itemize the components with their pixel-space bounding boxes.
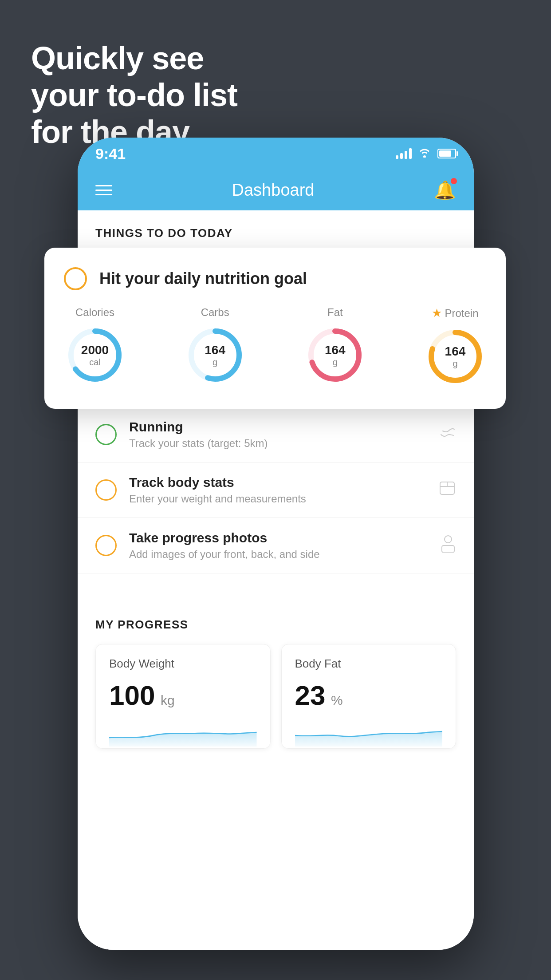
todo-list: Running Track your stats (target: 5km) T… <box>78 407 474 573</box>
body-weight-unit: kg <box>161 693 175 707</box>
carbs-donut: 164 g <box>184 324 246 386</box>
body-weight-label: Body Weight <box>109 657 257 671</box>
nutrition-protein: ★ Protein 164 g <box>424 306 486 387</box>
protein-donut: 164 g <box>424 325 486 387</box>
svg-point-3 <box>445 536 452 543</box>
protein-label-row: ★ Protein <box>432 306 478 320</box>
body-weight-card[interactable]: Body Weight 100 kg <box>95 644 271 749</box>
calories-value: 2000 <box>81 343 109 357</box>
hero-text: Quickly see your to-do list for the day. <box>31 40 237 150</box>
todo-title-body-stats: Track body stats <box>129 475 426 490</box>
progress-title: MY PROGRESS <box>95 618 456 632</box>
notification-dot <box>451 178 457 184</box>
body-weight-value: 100 kg <box>109 680 257 711</box>
wifi-icon <box>418 147 431 161</box>
status-bar: 9:41 <box>78 138 474 170</box>
nutrition-grid: Calories 2000 cal Carbs <box>64 306 486 387</box>
todo-check-body-stats[interactable] <box>95 479 117 501</box>
protein-unit: g <box>445 359 466 369</box>
todo-subtitle-running: Track your stats (target: 5km) <box>129 437 426 450</box>
todo-check-photos[interactable] <box>95 535 117 556</box>
nutrition-card-title: Hit your daily nutrition goal <box>99 269 307 288</box>
todo-title-running: Running <box>129 419 426 435</box>
nutrition-calories: Calories 2000 cal <box>64 306 126 387</box>
fat-label: Fat <box>327 306 343 319</box>
status-icons <box>396 147 456 161</box>
notification-bell[interactable]: 🔔 <box>434 180 456 201</box>
body-fat-value: 23 % <box>295 680 443 711</box>
body-fat-sparkline <box>295 720 443 747</box>
nutrition-check-circle[interactable] <box>64 267 87 290</box>
battery-icon <box>437 149 456 158</box>
progress-cards: Body Weight 100 kg <box>95 644 456 749</box>
carbs-value: 164 <box>205 343 225 357</box>
body-fat-card[interactable]: Body Fat 23 % <box>281 644 457 749</box>
nutrition-carbs: Carbs 164 g <box>184 306 246 387</box>
body-weight-number: 100 <box>109 680 155 711</box>
todo-text-body-stats: Track body stats Enter your weight and m… <box>129 475 426 505</box>
hero-line2: your to-do list <box>31 77 237 113</box>
svg-rect-4 <box>442 545 454 553</box>
fat-value: 164 <box>325 343 346 357</box>
app-header: Dashboard 🔔 <box>78 170 474 210</box>
menu-button[interactable] <box>95 185 112 195</box>
protein-value: 164 <box>445 344 466 359</box>
progress-section: MY PROGRESS Body Weight 100 kg <box>78 600 474 767</box>
body-fat-unit: % <box>331 693 343 707</box>
carbs-label: Carbs <box>201 306 229 319</box>
header-title: Dashboard <box>232 181 315 200</box>
todo-text-running: Running Track your stats (target: 5km) <box>129 419 426 450</box>
calories-donut: 2000 cal <box>64 324 126 386</box>
calories-unit: cal <box>81 357 109 368</box>
fat-unit: g <box>325 357 346 368</box>
todo-check-running[interactable] <box>95 424 117 445</box>
todo-text-photos: Take progress photos Add images of your … <box>129 530 428 561</box>
hero-line1: Quickly see <box>31 40 204 76</box>
body-fat-number: 23 <box>295 680 326 711</box>
signal-icon <box>396 148 412 159</box>
star-icon: ★ <box>432 306 442 320</box>
running-icon <box>438 425 456 444</box>
protein-label: Protein <box>445 307 478 320</box>
nutrition-fat: Fat 164 g <box>304 306 366 387</box>
fat-donut: 164 g <box>304 324 366 386</box>
scale-icon <box>438 480 456 500</box>
card-header: Hit your daily nutrition goal <box>64 267 486 290</box>
todo-item-body-stats[interactable]: Track body stats Enter your weight and m… <box>78 462 474 518</box>
todo-subtitle-body-stats: Enter your weight and measurements <box>129 493 426 505</box>
body-fat-label: Body Fat <box>295 657 443 671</box>
nutrition-card: Hit your daily nutrition goal Calories 2… <box>44 248 506 409</box>
status-time: 9:41 <box>95 145 126 162</box>
things-today-title: THINGS TO DO TODAY <box>78 210 474 247</box>
body-weight-sparkline <box>109 720 257 747</box>
todo-item-running[interactable]: Running Track your stats (target: 5km) <box>78 407 474 462</box>
todo-title-photos: Take progress photos <box>129 530 428 545</box>
carbs-unit: g <box>205 357 225 368</box>
todo-subtitle-photos: Add images of your front, back, and side <box>129 548 428 561</box>
todo-item-photos[interactable]: Take progress photos Add images of your … <box>78 518 474 573</box>
person-icon <box>440 535 456 557</box>
calories-label: Calories <box>75 306 114 319</box>
